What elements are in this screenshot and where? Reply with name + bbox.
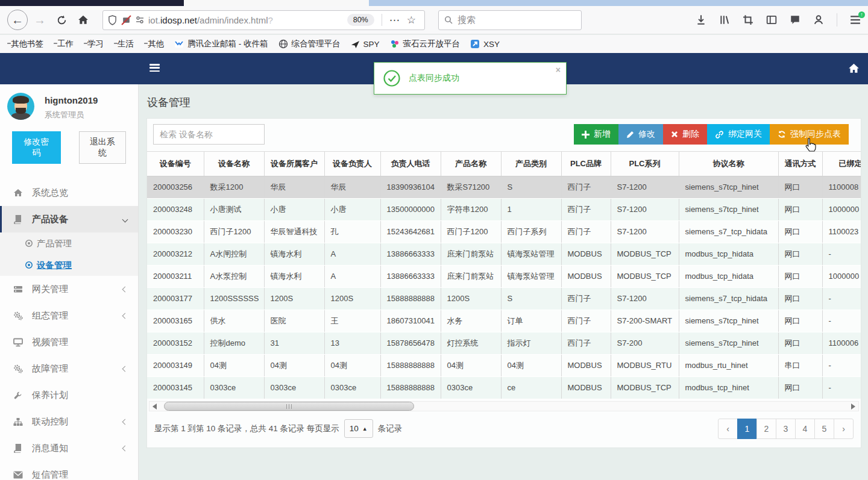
chevron-left-icon	[122, 313, 128, 319]
scrollbar-thumb[interactable]	[164, 402, 414, 411]
table-row[interactable]: 200003212A水闸控制镇海水利A13886663333庶来门前泵站镇海泵站…	[147, 243, 861, 265]
table-row[interactable]: 200003248小唐测试小唐小唐13500000000字符串12001西门子S…	[147, 198, 861, 220]
sidebar-item-网关管理[interactable]: 网关管理	[0, 276, 138, 302]
page-button-4[interactable]: 4	[795, 419, 815, 439]
table-row[interactable]: 200003165供水医院王18607310041水务订单西门子S7-200-S…	[147, 310, 861, 332]
column-header-PLC品牌: PLC品牌	[561, 152, 611, 176]
table-row[interactable]: 200003211A水泵控制镇海水利A13886663333庶来门前泵站镇海泵站…	[147, 265, 861, 287]
table-row[interactable]: 200003230西门子1200华辰智通科技孔15243642681西门子120…	[147, 220, 861, 243]
table-row[interactable]: 200003256数采1200华辰华辰18390936104数采S71200S西…	[147, 176, 861, 198]
table-row[interactable]: 200003152控制demo311315878656478灯控系统指示灯西门子…	[147, 332, 861, 354]
reload-button[interactable]	[52, 10, 71, 30]
bookmark-item[interactable]: SPY	[351, 40, 380, 49]
shield-icon[interactable]	[108, 15, 117, 25]
page-actions-icon[interactable]: ⋯	[389, 14, 400, 26]
table-cell: 18607310041	[380, 310, 441, 332]
sidebar-item-故障管理[interactable]: 故障管理	[0, 355, 138, 382]
bookmark-item[interactable]: 其他	[144, 39, 164, 49]
action-button-修改[interactable]: 修改	[618, 124, 663, 145]
toast-close-icon[interactable]: ×	[556, 65, 561, 75]
page-button-3[interactable]: 3	[776, 419, 796, 439]
library-icon[interactable]	[719, 14, 730, 25]
action-button-新增[interactable]: 新增	[574, 124, 618, 145]
downloads-icon[interactable]	[696, 14, 706, 25]
logout-button[interactable]: 退出系统	[79, 131, 127, 164]
bookmark-label: SPY	[363, 40, 380, 49]
chevron-left-icon	[122, 286, 128, 292]
action-button-绑定网关[interactable]: 绑定网关	[707, 124, 770, 145]
back-button[interactable]: ←	[7, 10, 28, 30]
change-password-button[interactable]: 修改密码	[12, 131, 61, 164]
bookmark-item[interactable]: XSY	[470, 39, 500, 49]
sidebar-item-组态管理[interactable]: 组态管理	[0, 302, 138, 329]
search-placeholder: 搜索	[458, 14, 476, 26]
forward-button[interactable]: →	[30, 10, 49, 30]
table-cell: -	[822, 243, 861, 265]
browser-tab-active[interactable]	[184, 0, 369, 6]
chevron-down-icon	[122, 216, 128, 222]
sidebar-subitem-产品管理[interactable]: 产品管理	[0, 232, 138, 254]
tracking-protection-icon[interactable]	[121, 15, 131, 25]
horizontal-scrollbar[interactable]	[149, 401, 859, 411]
bookmark-item[interactable]: 学习	[84, 39, 104, 49]
device-search-input[interactable]	[153, 124, 265, 145]
page-button-1[interactable]: 1	[737, 419, 757, 439]
permissions-icon[interactable]	[136, 16, 144, 24]
sidebar-item-产品设备[interactable]: 产品设备	[0, 206, 138, 232]
page-size-select[interactable]: 10 ▲	[344, 419, 373, 438]
sidebar-item-label: 系统总览	[32, 187, 68, 199]
avatar	[7, 93, 34, 120]
column-header-设备负责人: 设备负责人	[324, 152, 380, 176]
next-page-button[interactable]: ›	[834, 419, 854, 439]
page-button-2[interactable]: 2	[756, 419, 776, 439]
scroll-left-icon[interactable]	[153, 404, 157, 410]
sidebar-toggle-icon[interactable]	[149, 64, 160, 72]
table-cell: 1200S	[264, 287, 324, 310]
bookmark-item[interactable]: 生活	[114, 39, 134, 49]
table-cell: A	[324, 265, 380, 287]
browser-tab-dark[interactable]	[0, 0, 184, 6]
sidebar-item-保养计划[interactable]: 保养计划	[0, 382, 138, 408]
messages-icon[interactable]	[790, 14, 800, 25]
device-panel: 新增修改删除绑定网关强制同步点表 设备编号设备名称设备所属客户设备负责人负责人电…	[146, 118, 861, 448]
bookmark-item[interactable]: 综合管理平台	[278, 39, 341, 49]
table-row[interactable]: 20000314904测04测04测1588888888804测04测MODBU…	[147, 354, 861, 376]
bookmark-item[interactable]: 萤石云开放平台	[390, 39, 461, 49]
home-button[interactable]	[74, 10, 93, 30]
column-header-PLC系列: PLC系列	[611, 152, 679, 176]
page-button-5[interactable]: 5	[814, 419, 834, 439]
sidebar-item-联动控制[interactable]: 联动控制	[0, 408, 138, 435]
sidebar-item-系统总览[interactable]: 系统总览	[0, 179, 138, 206]
bookmark-item[interactable]: 工作	[54, 39, 74, 49]
table-cell: 网口	[778, 265, 822, 287]
screenshot-icon[interactable]	[743, 14, 753, 25]
table-cell: 医院	[264, 310, 324, 332]
table-cell: 西门子	[561, 220, 611, 243]
gateway-icon	[13, 285, 27, 293]
sidebar-subitem-设备管理[interactable]: 设备管理	[0, 254, 138, 276]
table-cell: 字符串1200	[441, 198, 501, 220]
sidebar-item-短信管理[interactable]: 短信管理	[0, 461, 138, 480]
sidebars-icon[interactable]	[766, 14, 777, 25]
account-icon[interactable]	[813, 14, 824, 25]
table-cell: 04测	[441, 354, 501, 376]
column-header-负责人电话: 负责人电话	[380, 152, 441, 176]
sidebar-item-视频管理[interactable]: 视频管理	[0, 329, 138, 355]
bookmark-item[interactable]: 腾讯企业邮箱 - 收件箱	[174, 39, 268, 49]
sidebar-item-消息通知[interactable]: 消息通知	[0, 435, 138, 461]
menu-icon[interactable]: ↑	[850, 15, 861, 25]
browser-search-bar[interactable]: 搜索	[438, 10, 582, 30]
action-button-删除[interactable]: 删除	[663, 124, 707, 145]
bookmark-item[interactable]: 其他书签	[7, 39, 43, 49]
table-row[interactable]: 2000031450303ce0303ce0303ce1588888888803…	[147, 376, 861, 399]
bookmark-star-icon[interactable]: ☆	[407, 14, 416, 26]
zoom-indicator[interactable]: 80%	[347, 14, 374, 26]
table-cell: 供水	[204, 310, 264, 332]
table-row[interactable]: 2000031771200SSSSSS1200S1200S15888888888…	[147, 287, 861, 310]
scroll-right-icon[interactable]	[851, 404, 855, 410]
app-home-icon[interactable]	[848, 63, 860, 74]
action-button-强制同步点表[interactable]: 强制同步点表	[770, 124, 849, 145]
table-cell: 控制demo	[204, 332, 264, 354]
prev-page-button[interactable]: ‹	[718, 419, 738, 439]
url-bar[interactable]: iot.idosp.net/admin/index.html? 80% ⋯ ☆	[102, 10, 425, 30]
